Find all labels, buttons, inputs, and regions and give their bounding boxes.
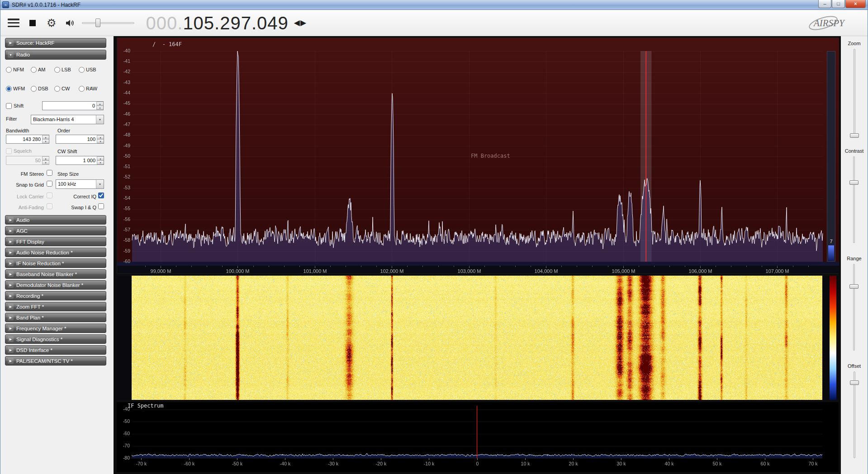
mode-nfm-radio[interactable]	[6, 67, 12, 73]
panel-band-plan[interactable]: ▶Band Plan *	[5, 313, 106, 322]
hamburger-icon-bar	[8, 22, 19, 24]
frequency-step-down-icon[interactable]: ◀	[294, 18, 300, 28]
frequency-leading-zeros[interactable]: 000.	[146, 14, 183, 32]
correct-iq-checkbox[interactable]	[98, 192, 104, 198]
shift-checkbox[interactable]	[6, 103, 12, 109]
panel-if-noise-reduction[interactable]: ▶IF Noise Reduction *	[5, 258, 106, 268]
zoom-slider-thumb[interactable]	[850, 133, 859, 138]
spin-up-button[interactable]: ▲	[96, 102, 103, 106]
panel-source[interactable]: ▶ Source: HackRF	[5, 38, 106, 48]
spectrum-scale-strip[interactable]: 7	[827, 51, 835, 262]
fm-stereo-checkbox[interactable]	[47, 170, 52, 176]
swap-iq-checkbox[interactable]	[98, 203, 104, 209]
panel-radio[interactable]: ▼ Radio	[5, 50, 106, 60]
squelch-toggle[interactable]: Squelch	[6, 147, 32, 155]
mode-wfm[interactable]: WFM	[6, 86, 31, 92]
offset-slider-thumb[interactable]	[850, 380, 859, 385]
close-button[interactable]: ×	[845, 0, 866, 8]
spectrum-scale-bar	[828, 245, 834, 261]
dropdown-arrow-icon[interactable]: ▼	[96, 180, 104, 188]
panel-demodulator-noise-blanker[interactable]: ▶Demodulator Noise Blanker *	[5, 280, 106, 290]
mode-dsb-radio[interactable]	[31, 86, 37, 92]
panel-recording[interactable]: ▶Recording *	[5, 291, 106, 300]
settings-button[interactable]: ⚙	[47, 17, 57, 29]
step-size-dropdown[interactable]: 100 kHz ▼	[56, 179, 104, 189]
mode-lsb-radio[interactable]	[54, 67, 60, 73]
panel-zoom-fft[interactable]: ▶Zoom FFT *	[5, 302, 106, 311]
panel-baseband-noise-blanker[interactable]: ▶Baseband Noise Blanker *	[5, 269, 106, 279]
step-size-label: Step Size	[57, 171, 79, 177]
squelch-input: 50 ▲ ▼	[6, 156, 49, 165]
mode-am-radio[interactable]	[31, 67, 37, 73]
mode-raw[interactable]: RAW	[79, 86, 100, 92]
mode-dsb-label: DSB	[38, 86, 48, 91]
anti-fading-checkbox[interactable]	[47, 203, 52, 209]
contrast-slider[interactable]	[849, 156, 859, 243]
offset-slider[interactable]	[849, 371, 859, 458]
frequency-value[interactable]: 105.297.049	[183, 14, 288, 32]
dropdown-arrow-icon[interactable]: ▼	[96, 115, 104, 124]
mode-wfm-radio[interactable]	[6, 86, 12, 92]
order-input[interactable]: 100 ▲ ▼	[56, 135, 104, 144]
bandwidth-input[interactable]: 143 280 ▲ ▼	[6, 135, 49, 144]
minimize-button[interactable]: –	[818, 0, 831, 8]
spin-up-button[interactable]: ▲	[42, 135, 49, 139]
volume-slider[interactable]	[82, 18, 134, 28]
maximize-icon: □	[837, 1, 840, 6]
spin-down-button[interactable]: ▼	[96, 106, 103, 110]
frequency-step-up-icon[interactable]: ▶	[300, 18, 306, 28]
mode-usb-radio[interactable]	[79, 67, 85, 73]
lock-carrier-checkbox[interactable]	[47, 192, 52, 198]
contrast-slider-thumb[interactable]	[849, 180, 859, 185]
snap-to-grid-checkbox[interactable]	[47, 181, 52, 187]
fm-stereo-label: FM Stereo	[5, 171, 44, 177]
expand-arrow-icon: ▶	[8, 239, 14, 244]
panel-label: Band Plan *	[16, 315, 44, 320]
mode-am[interactable]: AM	[31, 67, 54, 73]
panel-fft-display[interactable]: ▶FFT Display	[5, 237, 106, 246]
stop-button[interactable]	[29, 20, 36, 26]
mode-cw[interactable]: CW	[54, 86, 79, 92]
panel-audio-noise-reduction[interactable]: ▶Audio Noise Reduction *	[5, 248, 106, 257]
squelch-checkbox[interactable]	[6, 148, 12, 154]
panel-signal-diagnostics[interactable]: ▶Signal Diagnostics *	[5, 334, 106, 344]
panel-label: Audio	[16, 217, 29, 223]
spin-down-button[interactable]: ▼	[97, 139, 104, 143]
waterfall-canvas[interactable]	[117, 276, 839, 400]
panel-agc[interactable]: ▶AGC	[5, 226, 106, 235]
mode-nfm[interactable]: NFM	[6, 67, 31, 73]
mode-raw-radio[interactable]	[79, 86, 85, 92]
spin-down-button[interactable]: ▼	[97, 160, 104, 164]
range-slider-thumb[interactable]	[849, 284, 859, 289]
cw-shift-input[interactable]: 1 000 ▲ ▼	[56, 156, 104, 165]
panel-label: AGC	[16, 228, 28, 234]
audio-mute-button[interactable]	[65, 18, 76, 28]
mode-cw-radio[interactable]	[54, 86, 60, 92]
sdrsharp-window: ≈ SDR# v1.0.0.1716 - HackRF – □ × ⚙	[0, 0, 868, 474]
spin-up-button[interactable]: ▲	[97, 156, 104, 160]
panel-audio[interactable]: ▶Audio	[5, 215, 106, 225]
if-spectrum-panel	[117, 402, 839, 472]
maximize-button[interactable]: □	[832, 0, 845, 8]
menu-button[interactable]	[8, 19, 19, 27]
filter-dropdown[interactable]: Blackman-Harris 4 ▼	[31, 115, 104, 124]
airspy-logo-text: AIRSPY	[813, 18, 845, 28]
volume-slider-thumb[interactable]	[95, 19, 100, 27]
zoom-slider[interactable]	[849, 49, 859, 136]
panel-dsd-interface[interactable]: ▶DSD Interface *	[5, 345, 106, 355]
panel-label: Zoom FFT *	[16, 304, 44, 310]
shift-toggle[interactable]: Shift	[6, 102, 24, 109]
spectrum-canvas[interactable]	[117, 38, 839, 273]
range-slider[interactable]	[849, 264, 859, 351]
mode-dsb[interactable]: DSB	[31, 86, 54, 92]
mode-lsb[interactable]: LSB	[54, 67, 79, 73]
mode-usb[interactable]: USB	[79, 67, 100, 73]
frequency-display[interactable]: 000.105.297.049	[146, 14, 289, 32]
spin-down-button[interactable]: ▼	[42, 139, 49, 143]
shift-input[interactable]: 0 ▲ ▼	[42, 101, 104, 110]
panel-pal-secam-ntsc-tv[interactable]: ▶PAL/SECAM/NTSC TV *	[5, 356, 106, 366]
spin-up-button[interactable]: ▲	[97, 135, 104, 139]
panel-frequency-manager[interactable]: ▶Frequency Manager *	[5, 324, 106, 333]
content: ▶ Source: HackRF ▼ Radio NFMAMLSBUSB WFM…	[0, 36, 868, 474]
order-spinner: ▲ ▼	[97, 135, 104, 143]
